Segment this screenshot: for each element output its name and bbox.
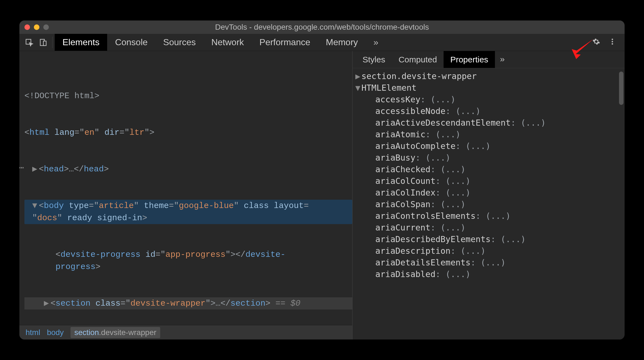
property-row[interactable]: ariaChecked: (...): [355, 164, 625, 175]
breadcrumb-active[interactable]: section.devsite-wrapper: [71, 327, 160, 338]
tab-overflow-icon[interactable]: »: [366, 34, 386, 51]
property-row[interactable]: ariaDetailsElements: (...): [355, 257, 625, 268]
property-row[interactable]: ariaActiveDescendantElement: (...): [355, 117, 625, 129]
property-row[interactable]: accessKey: (...): [355, 94, 625, 105]
tab-elements[interactable]: Elements: [55, 34, 107, 51]
elements-panel: ⋯ <!DOCTYPE html> <html lang="en" dir="l…: [19, 51, 353, 339]
property-row[interactable]: ariaDescription: (...): [355, 245, 625, 257]
dom-tree[interactable]: ⋯ <!DOCTYPE html> <html lang="en" dir="l…: [19, 51, 352, 325]
tab-network[interactable]: Network: [203, 34, 251, 51]
dom-gutter-ellipsis: ⋯: [19, 162, 24, 174]
property-row[interactable]: ariaDescribedByElements: (...): [355, 234, 625, 245]
main-toolbar: Elements Console Sources Network Perform…: [19, 34, 625, 51]
subtab-overflow-icon[interactable]: »: [495, 51, 510, 68]
subtab-properties[interactable]: Properties: [444, 51, 495, 68]
property-row[interactable]: ariaColSpan: (...): [355, 199, 625, 210]
prop-root[interactable]: section.devsite-wrapper: [361, 71, 477, 81]
breadcrumb-body[interactable]: body: [47, 328, 64, 337]
scrollbar-thumb[interactable]: [619, 72, 623, 105]
property-row[interactable]: ariaDisabled: (...): [355, 268, 625, 280]
sidebar-tabs: Styles Computed Properties »: [353, 51, 625, 68]
property-row[interactable]: ariaAtomic: (...): [355, 129, 625, 140]
property-row[interactable]: ariaControlsElements: (...): [355, 210, 625, 222]
subtab-styles[interactable]: Styles: [356, 51, 392, 68]
svg-rect-2: [43, 41, 46, 45]
titlebar: DevTools - developers.google.com/web/too…: [19, 21, 625, 34]
settings-icon[interactable]: [592, 38, 600, 47]
property-row[interactable]: accessibleNode: (...): [355, 105, 625, 117]
property-row[interactable]: ariaBusy: (...): [355, 152, 625, 164]
traffic-lights: [24, 24, 49, 30]
properties-pane[interactable]: ▶section.devsite-wrapper ▼HTMLElement ac…: [353, 68, 625, 339]
tab-memory[interactable]: Memory: [318, 34, 366, 51]
svg-point-4: [612, 41, 613, 42]
tab-console[interactable]: Console: [107, 34, 155, 51]
panel-body: ⋯ <!DOCTYPE html> <html lang="en" dir="l…: [19, 51, 625, 339]
svg-point-5: [612, 43, 613, 45]
window-title: DevTools - developers.google.com/web/too…: [19, 23, 625, 32]
sidebar-panel: Styles Computed Properties » ▶section.de…: [353, 51, 625, 339]
tab-performance[interactable]: Performance: [252, 34, 318, 51]
toolbar-right: [592, 34, 625, 51]
dom-doctype: <!DOCTYPE html>: [24, 91, 99, 101]
breadcrumb-html[interactable]: html: [26, 328, 40, 337]
close-window-button[interactable]: [24, 24, 30, 30]
divider: [52, 37, 52, 48]
zoom-window-button[interactable]: [43, 24, 49, 30]
property-row[interactable]: ariaColIndex: (...): [355, 187, 625, 199]
devtools-window: DevTools - developers.google.com/web/too…: [19, 21, 625, 339]
prop-htmlelement[interactable]: HTMLElement: [361, 83, 417, 93]
tab-sources[interactable]: Sources: [155, 34, 203, 51]
more-options-icon[interactable]: [608, 38, 616, 47]
svg-point-3: [612, 39, 613, 40]
device-toolbar-icon[interactable]: [36, 34, 50, 51]
property-row[interactable]: ariaCurrent: (...): [355, 222, 625, 234]
minimize-window-button[interactable]: [34, 24, 39, 30]
property-row[interactable]: ariaColCount: (...): [355, 175, 625, 187]
inspect-element-icon[interactable]: [22, 34, 36, 51]
subtab-computed[interactable]: Computed: [392, 51, 444, 68]
property-row[interactable]: ariaAutoComplete: (...): [355, 140, 625, 152]
dom-body-open[interactable]: ▼<body type="article" theme="google-blue…: [24, 200, 352, 224]
breadcrumb: html body section.devsite-wrapper: [19, 325, 352, 339]
dom-selected-section[interactable]: ▶<section class="devsite-wrapper">…</sec…: [24, 297, 352, 310]
